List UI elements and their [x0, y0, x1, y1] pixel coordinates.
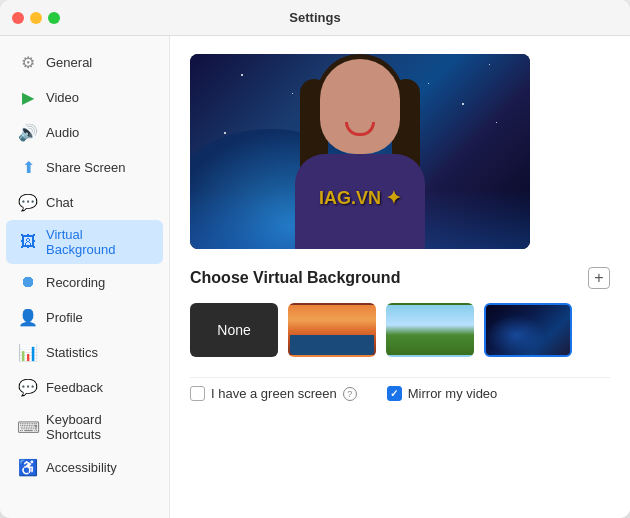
mirror-video-option: Mirror my video — [387, 386, 498, 401]
sidebar-item-chat[interactable]: 💬Chat — [6, 185, 163, 219]
maximize-button[interactable] — [48, 12, 60, 24]
close-button[interactable] — [12, 12, 24, 24]
sidebar-label-recording: Recording — [46, 275, 105, 290]
sidebar-item-recording[interactable]: ⏺Recording — [6, 265, 163, 299]
person-overlay — [280, 59, 440, 249]
minimize-button[interactable] — [30, 12, 42, 24]
person-head — [320, 59, 400, 154]
sidebar-label-statistics: Statistics — [46, 345, 98, 360]
green-screen-help-icon[interactable]: ? — [343, 387, 357, 401]
sidebar-item-accessibility[interactable]: ♿Accessibility — [6, 450, 163, 484]
general-icon: ⚙ — [18, 52, 38, 72]
sidebar-item-share-screen[interactable]: ⬆Share Screen — [6, 150, 163, 184]
backgrounds-row: None — [190, 303, 610, 357]
video-icon: ▶ — [18, 87, 38, 107]
sidebar-label-video: Video — [46, 90, 79, 105]
sidebar-label-general: General — [46, 55, 92, 70]
add-background-button[interactable]: + — [588, 267, 610, 289]
mirror-video-label: Mirror my video — [408, 386, 498, 401]
green-screen-option: I have a green screen ? — [190, 386, 357, 401]
background-space[interactable] — [484, 303, 572, 357]
sidebar-label-keyboard-shortcuts: Keyboard Shortcuts — [46, 412, 151, 442]
window-controls — [12, 12, 60, 24]
section-header: Choose Virtual Background + — [190, 267, 610, 289]
sidebar-label-audio: Audio — [46, 125, 79, 140]
feedback-icon: 💬 — [18, 377, 38, 397]
sidebar-item-feedback[interactable]: 💬Feedback — [6, 370, 163, 404]
sidebar: ⚙General▶Video🔊Audio⬆Share Screen💬Chat🖼V… — [0, 36, 170, 518]
mirror-video-checkbox[interactable] — [387, 386, 402, 401]
sidebar-item-virtual-background[interactable]: 🖼Virtual Background — [6, 220, 163, 264]
keyboard-shortcuts-icon: ⌨ — [18, 417, 38, 437]
green-screen-checkbox[interactable] — [190, 386, 205, 401]
video-preview: IAG.VN ✦ — [190, 54, 530, 249]
sidebar-label-share-screen: Share Screen — [46, 160, 126, 175]
virtual-background-icon: 🖼 — [18, 232, 38, 252]
preview-background: IAG.VN ✦ — [190, 54, 530, 249]
watermark: IAG.VN ✦ — [319, 187, 401, 209]
sidebar-item-video[interactable]: ▶Video — [6, 80, 163, 114]
sidebar-label-chat: Chat — [46, 195, 73, 210]
section-title: Choose Virtual Background — [190, 269, 400, 287]
sidebar-label-profile: Profile — [46, 310, 83, 325]
main-content: ⚙General▶Video🔊Audio⬆Share Screen💬Chat🖼V… — [0, 36, 630, 518]
sidebar-item-general[interactable]: ⚙General — [6, 45, 163, 79]
sidebar-item-statistics[interactable]: 📊Statistics — [6, 335, 163, 369]
sidebar-label-virtual-background: Virtual Background — [46, 227, 151, 257]
share-screen-icon: ⬆ — [18, 157, 38, 177]
background-grass[interactable] — [386, 303, 474, 357]
sidebar-item-profile[interactable]: 👤Profile — [6, 300, 163, 334]
recording-icon: ⏺ — [18, 272, 38, 292]
window-title: Settings — [289, 10, 340, 25]
settings-window: Settings ⚙General▶Video🔊Audio⬆Share Scre… — [0, 0, 630, 518]
sidebar-label-feedback: Feedback — [46, 380, 103, 395]
options-row: I have a green screen ? Mirror my video — [190, 377, 610, 401]
sidebar-label-accessibility: Accessibility — [46, 460, 117, 475]
chat-icon: 💬 — [18, 192, 38, 212]
main-panel: IAG.VN ✦ Choose Virtual Background + Non… — [170, 36, 630, 518]
sidebar-item-audio[interactable]: 🔊Audio — [6, 115, 163, 149]
titlebar: Settings — [0, 0, 630, 36]
statistics-icon: 📊 — [18, 342, 38, 362]
background-none[interactable]: None — [190, 303, 278, 357]
accessibility-icon: ♿ — [18, 457, 38, 477]
none-label: None — [217, 322, 250, 338]
audio-icon: 🔊 — [18, 122, 38, 142]
background-bridge[interactable] — [288, 303, 376, 357]
profile-icon: 👤 — [18, 307, 38, 327]
green-screen-label: I have a green screen — [211, 386, 337, 401]
person-smile — [345, 122, 375, 136]
sidebar-item-keyboard-shortcuts[interactable]: ⌨Keyboard Shortcuts — [6, 405, 163, 449]
